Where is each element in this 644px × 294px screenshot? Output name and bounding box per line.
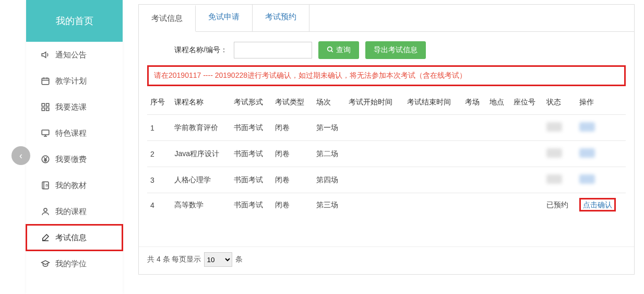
cell-form: 书面考试 xyxy=(231,141,272,167)
cell-start xyxy=(345,115,403,141)
cell-form: 书面考试 xyxy=(231,115,272,141)
svg-rect-4 xyxy=(46,108,49,111)
confirm-link[interactable]: 点击确认 xyxy=(579,198,616,211)
yen-icon xyxy=(41,155,55,164)
toolbar: 课程名称/编号： 查询 导出考试信息 xyxy=(139,32,634,62)
sidebar-item-label: 特色课程 xyxy=(55,128,87,138)
cell-status xyxy=(543,115,576,141)
exam-table: 序号课程名称考试形式考试类型场次考试开始时间考试结束时间考场地点座位号状态操作 … xyxy=(139,88,634,246)
svg-point-9 xyxy=(44,208,47,211)
sidebar: 我的首页 通知公告教学计划我要选课特色课程我要缴费教我的教材我的课程考试信息我的… xyxy=(26,0,123,294)
sidebar-item-0[interactable]: 通知公告 xyxy=(26,42,123,68)
cell-place xyxy=(486,115,510,141)
person-icon xyxy=(41,207,55,216)
cell-room xyxy=(462,167,486,193)
svg-line-11 xyxy=(331,50,333,52)
nav-back-button[interactable]: ‹ xyxy=(11,146,30,165)
course-filter-input[interactable] xyxy=(234,42,312,58)
sidebar-item-1[interactable]: 教学计划 xyxy=(26,68,123,94)
cell-action xyxy=(576,115,626,141)
notice-banner: 请在20190117 ---- 20190228进行考试确认，如过期未确认，将无… xyxy=(147,65,626,86)
cell-form: 书面考试 xyxy=(231,167,272,193)
col-header: 课程名称 xyxy=(171,90,230,115)
action-blur-icon xyxy=(579,177,595,185)
cell-type: 闭卷 xyxy=(272,141,313,167)
cell-end xyxy=(404,167,462,193)
sidebar-header-label: 我的首页 xyxy=(56,15,93,27)
cell-course: Java程序设计 xyxy=(171,141,230,167)
cap-icon xyxy=(41,259,55,268)
col-header: 考试开始时间 xyxy=(345,90,403,115)
sidebar-item-label: 教学计划 xyxy=(55,76,87,86)
cell-course: 高等数学 xyxy=(171,193,230,218)
sidebar-item-label: 通知公告 xyxy=(55,50,87,60)
chevron-left-icon: ‹ xyxy=(19,150,22,161)
sidebar-item-2[interactable]: 我要选课 xyxy=(26,94,123,120)
cell-status xyxy=(543,141,576,167)
status-blur-icon xyxy=(546,177,562,185)
sidebar-item-8[interactable]: 我的学位 xyxy=(26,251,123,277)
export-button[interactable]: 导出考试信息 xyxy=(365,41,426,59)
sidebar-item-label: 我要选课 xyxy=(55,102,87,112)
cell-seat xyxy=(510,167,543,193)
cell-type: 闭卷 xyxy=(272,167,313,193)
cell-start xyxy=(345,167,403,193)
svg-rect-1 xyxy=(42,103,44,106)
svg-rect-2 xyxy=(46,103,49,106)
cell-seat xyxy=(510,141,543,167)
cell-start xyxy=(345,141,403,167)
sidebar-item-4[interactable]: 我要缴费 xyxy=(26,146,123,172)
cell-action[interactable]: 点击确认 xyxy=(576,193,626,218)
cell-no: 1 xyxy=(147,115,171,141)
search-icon xyxy=(327,46,334,55)
cell-end xyxy=(404,193,462,218)
cell-start xyxy=(345,193,403,218)
cell-session: 第二场 xyxy=(313,141,346,167)
cell-action xyxy=(576,141,626,167)
cell-course: 人格心理学 xyxy=(171,167,230,193)
search-button[interactable]: 查询 xyxy=(318,41,359,59)
sidebar-item-6[interactable]: 我的课程 xyxy=(26,198,123,225)
action-blur-icon xyxy=(579,151,595,159)
page-size-select[interactable]: 10 xyxy=(204,252,232,267)
svg-text:教: 教 xyxy=(45,184,49,187)
cell-seat xyxy=(510,115,543,141)
svg-rect-5 xyxy=(42,130,49,135)
sidebar-item-7[interactable]: 考试信息 xyxy=(26,225,123,251)
tab-1[interactable]: 免试申请 xyxy=(196,5,253,31)
sidebar-item-label: 我的学位 xyxy=(55,259,87,269)
sidebar-item-5[interactable]: 教我的教材 xyxy=(26,172,123,198)
col-header: 考试结束时间 xyxy=(404,90,462,115)
cell-status xyxy=(543,167,576,193)
cell-place xyxy=(486,193,510,218)
cell-place xyxy=(486,167,510,193)
sidebar-item-label: 我的课程 xyxy=(55,207,87,217)
grid-icon xyxy=(41,102,55,112)
cell-session: 第四场 xyxy=(313,167,346,193)
search-button-label: 查询 xyxy=(336,45,351,55)
sidebar-item-3[interactable]: 特色课程 xyxy=(26,120,123,146)
cell-course: 学前教育评价 xyxy=(171,115,230,141)
cell-place xyxy=(486,141,510,167)
calendar-icon xyxy=(41,76,55,86)
pager-prefix: 共 4 条 每页显示 xyxy=(147,255,201,264)
col-header: 座位号 xyxy=(510,90,543,115)
action-blur-icon xyxy=(579,125,595,133)
sidebar-item-label: 我的教材 xyxy=(55,181,87,191)
panel-exam: 考试信息免试申请考试预约 课程名称/编号： 查询 导出考试信息 请在201901… xyxy=(138,4,635,275)
cell-no: 2 xyxy=(147,141,171,167)
sidebar-header[interactable]: 我的首页 xyxy=(26,0,123,42)
cell-no: 3 xyxy=(147,167,171,193)
cell-room xyxy=(462,141,486,167)
col-header: 序号 xyxy=(147,90,171,115)
cell-type: 闭卷 xyxy=(272,193,313,218)
tab-0[interactable]: 考试信息 xyxy=(139,5,196,32)
cell-room xyxy=(462,115,486,141)
table-row: 1学前教育评价书面考试闭卷第一场 xyxy=(147,115,626,141)
notice-text: 请在20190117 ---- 20190228进行考试确认，如过期未确认，将无… xyxy=(154,71,467,79)
tab-2[interactable]: 考试预约 xyxy=(253,5,309,31)
table-row: 3人格心理学书面考试闭卷第四场 xyxy=(147,167,626,193)
cell-end xyxy=(404,115,462,141)
course-filter-label: 课程名称/编号： xyxy=(174,45,228,55)
cell-seat xyxy=(510,193,543,218)
